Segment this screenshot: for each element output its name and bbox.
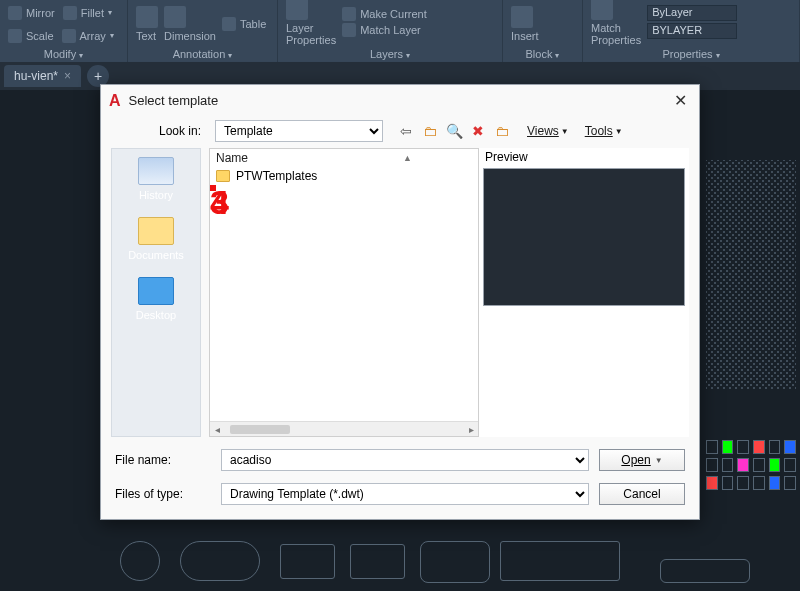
match-properties-button[interactable]: Match Properties — [591, 0, 641, 46]
linetype-combo[interactable]: BYLAYER — [647, 23, 737, 39]
place-history[interactable]: History — [138, 157, 174, 201]
ribbon-panel-annotation: Text Dimension Table Annotation ▾ — [128, 0, 278, 62]
doc-tab[interactable]: hu-vien* × — [4, 65, 81, 87]
select-template-dialog: A Select template ✕ Look in: Template ⇦ … — [100, 84, 700, 520]
table-button[interactable]: Table — [222, 17, 266, 31]
file-name-input[interactable]: acadiso — [221, 449, 589, 471]
dimension-label: Dimension — [164, 30, 216, 42]
file-type-select[interactable]: Drawing Template (*.dwt) — [221, 483, 589, 505]
make-current-label: Make Current — [360, 8, 427, 20]
dialog-close-button[interactable]: ✕ — [670, 91, 691, 110]
plus-icon: + — [94, 68, 102, 84]
dialog-footer: File name: acadiso Open▼ Files of type: … — [101, 437, 699, 519]
match-properties-label: Match Properties — [591, 22, 641, 46]
layer-properties-icon — [286, 0, 308, 20]
linetype-combo-value: BYLAYER — [652, 24, 702, 36]
color-combo[interactable]: ByLayer — [647, 5, 737, 21]
tools-menu[interactable]: Tools▼ — [585, 124, 623, 138]
fillet-icon — [63, 6, 77, 20]
mirror-icon — [8, 6, 22, 20]
open-button[interactable]: Open▼ — [599, 449, 685, 471]
fillet-button[interactable]: Fillet▾ — [63, 6, 112, 20]
look-in-select[interactable]: Template — [215, 120, 383, 142]
dialog-titlebar: A Select template ✕ — [101, 85, 699, 116]
place-desktop-label: Desktop — [136, 309, 176, 321]
cancel-label: Cancel — [623, 487, 660, 501]
file-name: PTWTemplates — [236, 169, 317, 183]
color-combo-value: ByLayer — [652, 6, 692, 18]
back-icon[interactable]: ⇦ — [397, 122, 415, 140]
look-in-label: Look in: — [111, 124, 207, 138]
preview-label: Preview — [483, 148, 685, 168]
doc-tab-label: hu-vien* — [14, 69, 58, 83]
scale-label: Scale — [26, 30, 54, 42]
preview-pane: Preview — [479, 148, 689, 437]
place-desktop[interactable]: Desktop — [136, 277, 176, 321]
column-header-name[interactable]: Name ▲ — [210, 149, 478, 167]
text-button[interactable]: Text — [136, 6, 158, 42]
open-label: Open — [621, 453, 650, 467]
folder-icon — [216, 170, 230, 182]
array-button[interactable]: Array▾ — [62, 29, 114, 43]
dialog-toolbar: Look in: Template ⇦ 🗀 🔍 ✖ 🗀 Views▼ Tools… — [101, 116, 699, 148]
insert-icon — [511, 6, 533, 28]
search-web-icon[interactable]: 🔍 — [445, 122, 463, 140]
array-label: Array — [80, 30, 106, 42]
panel-title-modify: Modify — [44, 48, 76, 60]
views-menu[interactable]: Views▼ — [527, 124, 569, 138]
text-icon — [136, 6, 158, 28]
table-label: Table — [240, 18, 266, 30]
views-label: Views — [527, 124, 559, 138]
dialog-title: Select template — [129, 93, 219, 108]
dimension-button[interactable]: Dimension — [164, 6, 216, 42]
panel-title-layers: Layers — [370, 48, 403, 60]
ribbon: Mirror Fillet▾ Scale Array▾ Modify ▾ Tex… — [0, 0, 800, 62]
panel-title-properties: Properties — [662, 48, 712, 60]
new-folder-icon[interactable]: 🗀 — [493, 122, 511, 140]
table-icon — [222, 17, 236, 31]
layer-properties-button[interactable]: Layer Properties — [286, 0, 336, 46]
delete-icon[interactable]: ✖ — [469, 122, 487, 140]
scale-button[interactable]: Scale — [8, 29, 54, 43]
match-layer-label: Match Layer — [360, 24, 421, 36]
file-type-label: Files of type: — [115, 487, 211, 501]
make-current-icon — [342, 7, 356, 21]
match-layer-icon — [342, 23, 356, 37]
app-logo-icon: A — [109, 92, 121, 110]
tools-label: Tools — [585, 124, 613, 138]
scroll-right-icon[interactable]: ▸ — [464, 424, 478, 435]
file-name-label: File name: — [115, 453, 211, 467]
scroll-thumb[interactable] — [230, 425, 290, 434]
fillet-label: Fillet — [81, 7, 104, 19]
cancel-button[interactable]: Cancel — [599, 483, 685, 505]
make-current-button[interactable]: Make Current — [342, 7, 427, 21]
text-label: Text — [136, 30, 156, 42]
insert-button[interactable]: Insert — [511, 6, 539, 42]
preview-box — [483, 168, 685, 306]
ribbon-panel-modify: Mirror Fillet▾ Scale Array▾ Modify ▾ — [0, 0, 128, 62]
match-properties-icon — [591, 0, 613, 20]
array-icon — [62, 29, 76, 43]
places-bar: History Documents Desktop — [111, 148, 201, 437]
mirror-button[interactable]: Mirror — [8, 6, 55, 20]
sort-caret-icon: ▲ — [403, 153, 412, 163]
scroll-left-icon[interactable]: ◂ — [210, 424, 224, 435]
close-icon[interactable]: × — [64, 69, 71, 83]
place-documents[interactable]: Documents — [128, 217, 184, 261]
ribbon-panel-layers: Layer Properties Make Current Match Laye… — [278, 0, 503, 62]
match-layer-button[interactable]: Match Layer — [342, 23, 427, 37]
dimension-icon — [164, 6, 186, 28]
insert-label: Insert — [511, 30, 539, 42]
file-list[interactable]: Name ▲ PTWTemplates 3 4 ◂ ▸ — [209, 148, 479, 437]
ribbon-panel-properties: Match Properties ByLayer BYLAYER Propert… — [583, 0, 800, 62]
scale-icon — [8, 29, 22, 43]
documents-icon — [138, 217, 174, 245]
layer-properties-label: Layer Properties — [286, 22, 336, 46]
desktop-icon — [138, 277, 174, 305]
file-list-hscroll[interactable]: ◂ ▸ — [210, 421, 478, 436]
annotation-number-4: 4 — [210, 185, 229, 219]
up-folder-icon[interactable]: 🗀 — [421, 122, 439, 140]
history-icon — [138, 157, 174, 185]
file-list-panel: Name ▲ PTWTemplates 3 4 ◂ ▸ Preview — [209, 148, 689, 437]
file-row[interactable]: PTWTemplates — [210, 167, 478, 185]
